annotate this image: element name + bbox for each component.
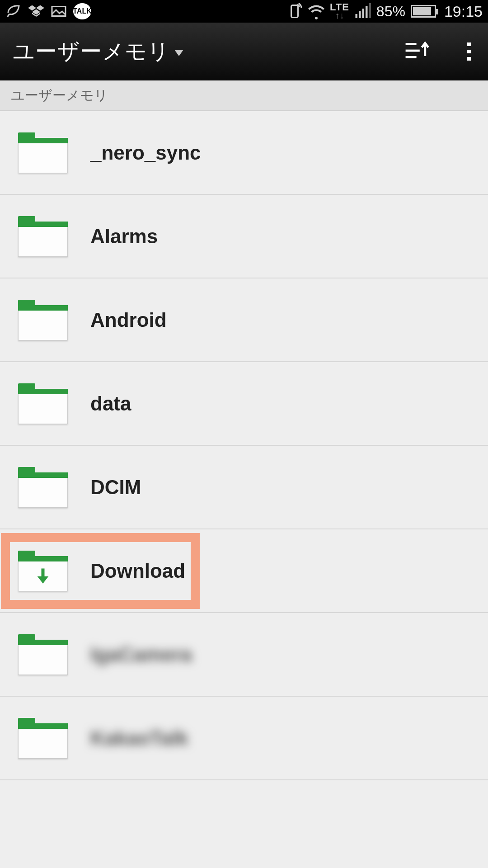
sort-button[interactable] (404, 40, 431, 63)
action-bar: ユーザーメモリ (0, 23, 488, 80)
folder-name: Alarms (90, 225, 158, 248)
overflow-menu-button[interactable] (463, 42, 475, 61)
svg-rect-4 (362, 9, 364, 18)
folder-row[interactable]: Alarms (0, 195, 488, 278)
svg-rect-2 (355, 14, 357, 18)
folder-icon (18, 216, 68, 257)
folder-icon (18, 383, 68, 424)
picture-icon (51, 3, 67, 19)
folder-name: IgaCamera (90, 643, 192, 666)
action-bar-title: ユーザーメモリ (13, 37, 170, 66)
svg-rect-3 (359, 11, 361, 18)
vibrate-icon (286, 3, 303, 19)
folder-icon (18, 718, 68, 759)
folder-row[interactable]: Download (0, 529, 488, 613)
folder-row[interactable]: data (0, 362, 488, 446)
highlight-annotation (1, 533, 200, 609)
folder-row[interactable]: _nero_sync (0, 111, 488, 195)
svg-rect-1 (291, 5, 298, 18)
breadcrumb[interactable]: ユーザーメモリ (0, 80, 488, 111)
battery-icon (411, 5, 436, 18)
clock: 19:15 (444, 3, 483, 20)
talk-icon: TALK (73, 3, 91, 19)
folder-icon (18, 467, 68, 508)
folder-name: Android (90, 309, 167, 331)
lte-arrows-icon: ↑↓ (330, 12, 349, 19)
dropbox-icon (28, 3, 44, 19)
folder-name: _nero_sync (90, 142, 201, 164)
folder-name: data (90, 392, 131, 415)
status-left-icons: TALK (5, 3, 91, 19)
wifi-icon (308, 3, 324, 19)
breadcrumb-path: ユーザーメモリ (11, 86, 108, 105)
folder-name: KakaoTalk (90, 727, 188, 750)
leaf-icon (5, 3, 22, 19)
folder-icon (18, 132, 68, 173)
svg-rect-5 (366, 6, 368, 18)
chevron-down-icon (174, 50, 183, 56)
battery-percent: 85% (376, 3, 405, 20)
status-bar: TALK LTE ↑↓ 85% 19:15 (0, 0, 488, 23)
folder-icon (18, 300, 68, 340)
svg-rect-6 (369, 3, 371, 18)
folder-name: DCIM (90, 476, 141, 499)
folder-row[interactable]: DCIM (0, 446, 488, 529)
lte-indicator: LTE ↑↓ (330, 3, 349, 19)
signal-icon (355, 3, 371, 19)
file-list: _nero_syncAlarmsAndroiddataDCIMDownloadI… (0, 111, 488, 780)
folder-row[interactable]: KakaoTalk (0, 697, 488, 780)
folder-icon (18, 634, 68, 675)
folder-row[interactable]: Android (0, 278, 488, 362)
storage-selector[interactable]: ユーザーメモリ (13, 37, 183, 66)
status-right-icons: LTE ↑↓ 85% 19:15 (286, 3, 483, 20)
folder-row[interactable]: IgaCamera (0, 613, 488, 697)
